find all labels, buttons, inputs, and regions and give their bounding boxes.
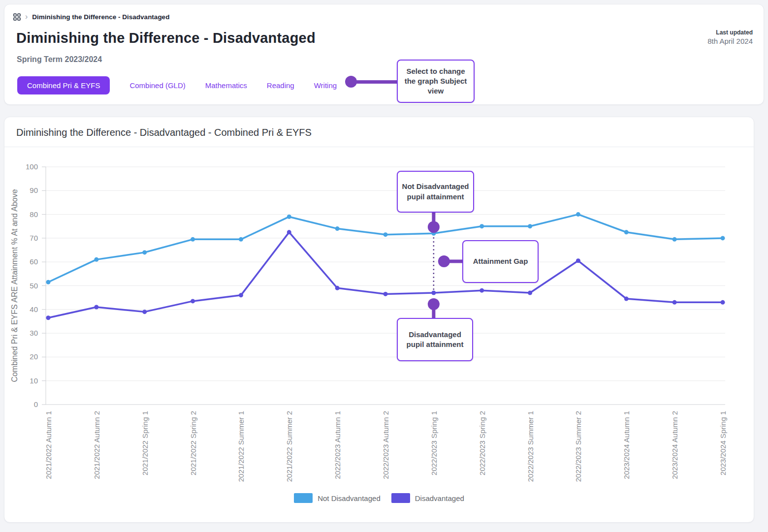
svg-text:2021/2022 Autumn 2: 2021/2022 Autumn 2 <box>93 411 101 479</box>
svg-text:2021/2022 Autumn 1: 2021/2022 Autumn 1 <box>44 411 53 479</box>
svg-text:2021/2022 Summer 2: 2021/2022 Summer 2 <box>285 411 293 482</box>
last-updated: Last updated 8th April 2024 <box>707 29 753 45</box>
not-disadvantaged-callout: Not Disadvantaged pupil attainment <box>397 171 474 213</box>
attainment-line-chart: 0102030405060708090100Combined Pri & EYF… <box>4 147 754 521</box>
chart-area: 0102030405060708090100Combined Pri & EYF… <box>4 147 754 521</box>
last-updated-date: 8th April 2024 <box>707 37 753 45</box>
tab-mathematics[interactable]: Mathematics <box>205 81 247 90</box>
breadcrumb: › Diminishing the Difference - Disadvant… <box>13 13 169 21</box>
svg-text:2023/2024 Spring 1: 2023/2024 Spring 1 <box>719 411 727 475</box>
tab-combined-gld[interactable]: Combined (GLD) <box>129 81 185 90</box>
tab-combined-pri-eyfs[interactable]: Combined Pri & EYFS <box>17 76 110 94</box>
breadcrumb-current[interactable]: Diminishing the Difference - Disadvantag… <box>32 13 169 21</box>
legend-label: Disadvantaged <box>415 494 464 502</box>
svg-text:90: 90 <box>30 186 38 194</box>
chart-title: Diminishing the Difference - Disadvantag… <box>4 117 754 147</box>
svg-text:2021/2022 Summer 1: 2021/2022 Summer 1 <box>237 411 245 482</box>
svg-text:2023/2024 Autumn 2: 2023/2024 Autumn 2 <box>671 411 679 479</box>
breadcrumb-chevron-icon: › <box>25 13 28 21</box>
svg-text:2022/2023 Autumn 1: 2022/2023 Autumn 1 <box>333 411 342 479</box>
svg-text:2022/2023 Spring 1: 2022/2023 Spring 1 <box>430 411 438 475</box>
svg-text:20: 20 <box>30 352 38 361</box>
subject-callout-connector <box>351 80 398 84</box>
svg-text:50: 50 <box>30 282 38 290</box>
svg-text:40: 40 <box>30 305 38 313</box>
svg-text:2022/2023 Summer 1: 2022/2023 Summer 1 <box>526 411 535 482</box>
svg-text:2021/2022 Spring 2: 2021/2022 Spring 2 <box>189 411 197 475</box>
legend-swatch <box>294 493 313 503</box>
svg-text:100: 100 <box>26 162 38 171</box>
svg-text:10: 10 <box>30 376 38 385</box>
disadvantaged-callout: Disadvantaged pupil attainment <box>397 318 473 361</box>
chart-legend: Not DisadvantagedDisadvantaged <box>4 493 754 503</box>
legend-label: Not Disadvantaged <box>318 494 381 502</box>
svg-text:0: 0 <box>34 400 38 408</box>
page-title: Diminishing the Difference - Disadvantag… <box>16 30 316 46</box>
svg-text:70: 70 <box>30 234 38 242</box>
header-card: › Diminishing the Difference - Disadvant… <box>4 4 764 105</box>
svg-text:2023/2024 Autumn 1: 2023/2024 Autumn 1 <box>622 411 631 479</box>
svg-text:60: 60 <box>30 257 38 266</box>
dashboard-grid-icon[interactable] <box>13 13 21 21</box>
subject-callout-dot <box>345 76 357 88</box>
subject-view-callout: Select to change the graph Subject view <box>397 60 475 103</box>
page-subtitle: Spring Term 2023/2024 <box>17 55 102 64</box>
svg-text:30: 30 <box>30 329 38 337</box>
attainment-gap-callout: Attainment Gap <box>462 240 539 283</box>
chart-card: Diminishing the Difference - Disadvantag… <box>4 117 754 523</box>
tab-reading[interactable]: Reading <box>267 81 294 90</box>
legend-item-disadvantaged[interactable]: Disadvantaged <box>391 493 464 503</box>
subject-tabs: Combined Pri & EYFSCombined (GLD)Mathema… <box>17 76 337 94</box>
svg-text:2022/2023 Autumn 2: 2022/2023 Autumn 2 <box>382 411 390 479</box>
svg-text:Combined Pri & EYFS ARE Attain: Combined Pri & EYFS ARE Attainment % At … <box>10 189 19 382</box>
svg-text:2022/2023 Spring 2: 2022/2023 Spring 2 <box>478 411 486 475</box>
last-updated-label: Last updated <box>707 29 753 36</box>
svg-text:2021/2022 Spring 1: 2021/2022 Spring 1 <box>141 411 149 475</box>
legend-swatch <box>391 493 410 503</box>
svg-text:80: 80 <box>30 210 38 219</box>
legend-item-not-disadvantaged[interactable]: Not Disadvantaged <box>294 493 381 503</box>
tab-writing[interactable]: Writing <box>314 81 337 90</box>
svg-text:2022/2023 Summer 2: 2022/2023 Summer 2 <box>574 411 582 482</box>
